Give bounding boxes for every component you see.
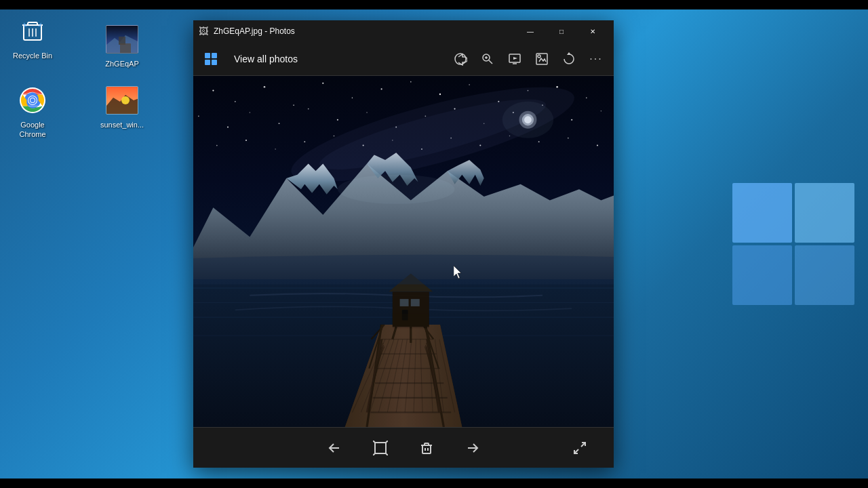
maximize-button[interactable]: □ bbox=[546, 20, 577, 42]
svg-rect-7 bbox=[120, 43, 131, 54]
photos-window: 🖼 ZhGEqAP.jpg - Photos — □ ✕ bbox=[193, 20, 614, 468]
top-bar bbox=[0, 0, 868, 9]
svg-rect-128 bbox=[411, 299, 420, 306]
svg-point-49 bbox=[227, 126, 229, 127]
svg-point-13 bbox=[31, 98, 35, 102]
sunset-label: sunset_win... bbox=[98, 119, 146, 130]
view-all-photos-button[interactable]: View all photos bbox=[229, 51, 303, 67]
svg-rect-17 bbox=[205, 53, 210, 58]
svg-marker-27 bbox=[513, 57, 517, 60]
svg-point-46 bbox=[586, 98, 587, 99]
svg-point-42 bbox=[469, 84, 470, 85]
svg-point-75 bbox=[538, 141, 540, 142]
desktop-icon-zhgeqap[interactable]: ZhGEqAP bbox=[95, 20, 149, 72]
toolbar-left: View all photos bbox=[199, 47, 448, 71]
chrome-label: Google Chrome bbox=[8, 119, 57, 140]
window-titlebar: 🖼 ZhGEqAP.jpg - Photos — □ ✕ bbox=[193, 20, 614, 42]
window-controls: — □ ✕ bbox=[515, 20, 608, 42]
svg-point-135 bbox=[338, 175, 455, 204]
svg-point-53 bbox=[337, 119, 338, 121]
zoom-button[interactable] bbox=[475, 47, 500, 71]
svg-point-30 bbox=[538, 55, 540, 58]
win-pane-top-left bbox=[732, 183, 792, 243]
svg-line-23 bbox=[489, 60, 492, 64]
svg-line-145 bbox=[373, 453, 375, 455]
svg-rect-134 bbox=[393, 314, 429, 329]
windows-logo bbox=[732, 183, 854, 305]
desktop-icon-recycle-bin[interactable]: Recycle Bin bbox=[5, 12, 60, 64]
svg-point-66 bbox=[275, 148, 276, 150]
fullscreen-button[interactable] bbox=[568, 436, 592, 460]
svg-point-45 bbox=[556, 86, 558, 88]
back-button[interactable] bbox=[322, 436, 347, 460]
svg-marker-31 bbox=[567, 52, 571, 55]
svg-point-34 bbox=[235, 101, 236, 102]
svg-point-16 bbox=[121, 96, 130, 104]
svg-point-40 bbox=[410, 81, 412, 83]
photos-app-logo-btn bbox=[199, 47, 223, 71]
recycle-bin-icon bbox=[16, 15, 49, 47]
svg-rect-19 bbox=[205, 60, 210, 65]
zhgeqap-label: ZhGEqAP bbox=[103, 58, 141, 69]
sunset-icon bbox=[106, 84, 138, 117]
slideshow-button[interactable] bbox=[502, 47, 527, 71]
chrome-icon bbox=[16, 84, 49, 117]
win-pane-top-right bbox=[795, 183, 854, 243]
window-title: ZhGEqAP.jpg - Photos bbox=[214, 26, 515, 36]
svg-point-36 bbox=[293, 104, 294, 106]
svg-point-65 bbox=[245, 140, 247, 141]
edit-button[interactable] bbox=[368, 436, 393, 460]
photo-area bbox=[193, 76, 614, 427]
photos-app-icon: 🖼 bbox=[199, 26, 208, 37]
recycle-bin-label: Recycle Bin bbox=[11, 50, 54, 61]
share-button[interactable] bbox=[448, 47, 473, 71]
svg-point-62 bbox=[601, 110, 602, 112]
forward-button[interactable] bbox=[460, 436, 485, 460]
svg-rect-142 bbox=[375, 443, 386, 453]
svg-rect-18 bbox=[212, 53, 217, 58]
svg-point-48 bbox=[198, 115, 199, 117]
svg-point-68 bbox=[334, 136, 335, 137]
svg-line-143 bbox=[373, 441, 375, 443]
minimize-button[interactable]: — bbox=[515, 20, 546, 42]
win-pane-bottom-right bbox=[795, 245, 854, 305]
svg-point-76 bbox=[568, 138, 569, 139]
svg-point-67 bbox=[304, 141, 305, 142]
svg-point-51 bbox=[279, 123, 280, 124]
svg-point-77 bbox=[597, 144, 598, 146]
win-pane-bottom-left bbox=[732, 245, 792, 305]
svg-rect-147 bbox=[422, 445, 431, 453]
rotate-button[interactable] bbox=[557, 47, 581, 71]
close-button[interactable]: ✕ bbox=[577, 20, 608, 42]
svg-point-33 bbox=[212, 90, 214, 92]
enhance-button[interactable] bbox=[530, 47, 554, 71]
toolbar-right: ··· bbox=[448, 47, 608, 71]
svg-point-54 bbox=[366, 112, 368, 113]
svg-rect-127 bbox=[400, 299, 409, 306]
bottom-bar bbox=[0, 479, 868, 488]
svg-rect-20 bbox=[212, 60, 217, 65]
svg-line-144 bbox=[386, 441, 388, 443]
toolbar: View all photos bbox=[193, 42, 614, 76]
svg-point-61 bbox=[571, 119, 572, 121]
more-options-button[interactable]: ··· bbox=[584, 47, 608, 71]
zhgeqap-icon bbox=[106, 23, 138, 56]
svg-point-52 bbox=[308, 108, 309, 110]
desktop-icon-chrome[interactable]: Google Chrome bbox=[5, 81, 60, 143]
svg-point-139 bbox=[502, 102, 554, 138]
svg-point-37 bbox=[322, 83, 323, 84]
svg-point-64 bbox=[216, 145, 218, 146]
svg-point-35 bbox=[264, 86, 266, 88]
desktop: Recycle Bin ZhGEqAP bbox=[0, 0, 868, 488]
desktop-icon-sunset[interactable]: sunset_win... bbox=[95, 81, 149, 133]
delete-button[interactable] bbox=[414, 436, 439, 460]
svg-line-146 bbox=[386, 453, 388, 455]
view-all-photos-label: View all photos bbox=[234, 54, 298, 64]
svg-point-41 bbox=[439, 94, 441, 95]
svg-point-39 bbox=[381, 88, 382, 89]
bottom-toolbar bbox=[193, 427, 614, 468]
svg-point-38 bbox=[352, 98, 353, 99]
svg-point-50 bbox=[250, 112, 251, 113]
